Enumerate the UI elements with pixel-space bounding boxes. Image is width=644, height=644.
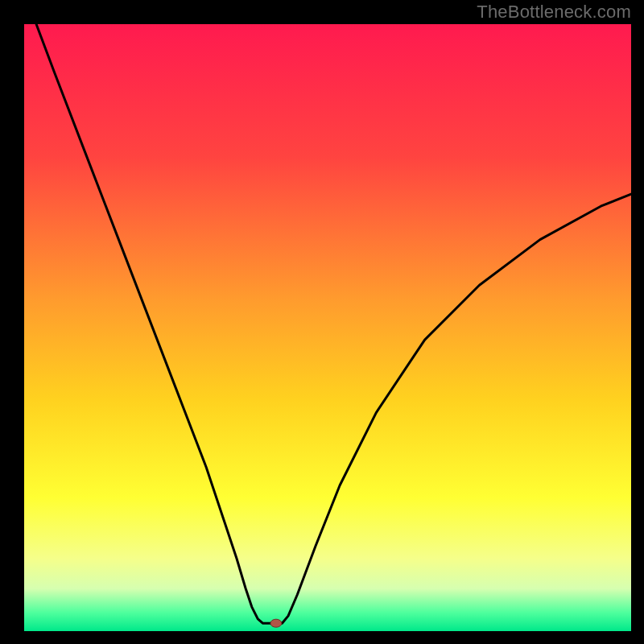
plot-background — [24, 24, 631, 631]
chart-container: TheBottleneck.com — [0, 0, 644, 644]
optimum-marker — [270, 619, 282, 627]
bottleneck-chart — [0, 0, 644, 644]
watermark-text: TheBottleneck.com — [477, 2, 631, 23]
